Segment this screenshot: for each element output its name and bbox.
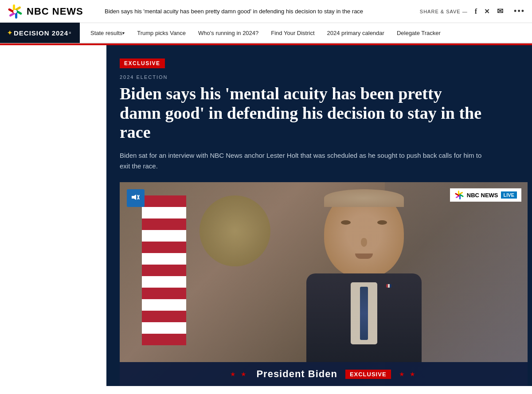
badge-year: DECISION 2024 bbox=[14, 29, 68, 37]
email-icon[interactable]: ✉ bbox=[497, 7, 503, 16]
article-area: EXCLUSIVE 2024 ELECTION Biden says his '… bbox=[106, 45, 532, 386]
lower-third-stars-right: ★ ★ bbox=[399, 371, 418, 378]
nbc-watermark: NBC NEWS LIVE bbox=[450, 188, 521, 202]
watermark-peacock-icon bbox=[454, 190, 464, 200]
section-label: 2024 ELECTION bbox=[120, 74, 528, 80]
lower-third: ★ ★ President Biden EXCLUSIVE ★ ★ bbox=[120, 362, 528, 386]
lower-third-exclusive-badge: EXCLUSIVE bbox=[345, 370, 391, 379]
main-content: EXCLUSIVE 2024 ELECTION Biden says his '… bbox=[0, 45, 532, 386]
nav-delegate-tracker[interactable]: Delegate Tracker bbox=[391, 23, 447, 43]
svg-point-0 bbox=[13, 10, 17, 13]
article-headline: Biden says his 'mental acuity has been p… bbox=[120, 84, 483, 142]
more-options-button[interactable]: ••• bbox=[514, 7, 525, 16]
watermark-live-badge: LIVE bbox=[501, 191, 517, 199]
mute-icon bbox=[132, 194, 140, 202]
nav-state-results[interactable]: State results bbox=[84, 23, 131, 43]
nbc-brand-text: NBC NEWS bbox=[27, 6, 83, 17]
badge-star: ✦ bbox=[7, 29, 13, 36]
peacock-icon bbox=[7, 4, 23, 20]
nav-trump-vance[interactable]: Trump picks Vance bbox=[131, 23, 192, 43]
lower-third-stars-left: ★ ★ bbox=[230, 371, 249, 378]
headline-ticker[interactable]: Biden says his 'mental acuity has been p… bbox=[96, 8, 420, 15]
video-player[interactable]: NBC NEWS LIVE ★ ★ President Biden EXCLUS… bbox=[120, 182, 528, 386]
social-icons: f ✕ ✉ ••• bbox=[475, 7, 525, 16]
primary-nav: State results Trump picks Vance Who's ru… bbox=[80, 23, 451, 43]
nav-primary-calendar[interactable]: 2024 primary calendar bbox=[321, 23, 391, 43]
twitter-x-icon[interactable]: ✕ bbox=[484, 8, 490, 16]
article-dek: Biden sat for an interview with NBC News… bbox=[120, 150, 483, 172]
facebook-icon[interactable]: f bbox=[475, 8, 477, 16]
svg-rect-1 bbox=[132, 196, 134, 199]
svg-marker-2 bbox=[134, 195, 136, 200]
flag-decoration bbox=[142, 195, 186, 346]
nav-find-district[interactable]: Find Your District bbox=[265, 23, 321, 43]
badge-superscript: ≡ bbox=[69, 31, 71, 35]
nbc-logo[interactable]: NBC NEWS bbox=[7, 4, 96, 20]
left-sidebar bbox=[0, 45, 106, 386]
mute-button[interactable] bbox=[127, 189, 145, 207]
exclusive-badge: EXCLUSIVE bbox=[120, 59, 165, 68]
share-save-label: SHARE & SAVE — bbox=[420, 9, 468, 14]
lower-third-name: President Biden bbox=[256, 368, 337, 380]
watermark-brand-text: NBC NEWS bbox=[467, 192, 498, 199]
decision-2024-badge[interactable]: ✦ DECISION 2024 ≡ bbox=[0, 23, 80, 43]
video-background bbox=[120, 182, 528, 386]
nav-whos-running[interactable]: Who's running in 2024? bbox=[192, 23, 265, 43]
nav-bar: ✦ DECISION 2024 ≡ State results Trump pi… bbox=[0, 23, 532, 43]
top-bar: NBC NEWS Biden says his 'mental acuity h… bbox=[0, 0, 532, 23]
